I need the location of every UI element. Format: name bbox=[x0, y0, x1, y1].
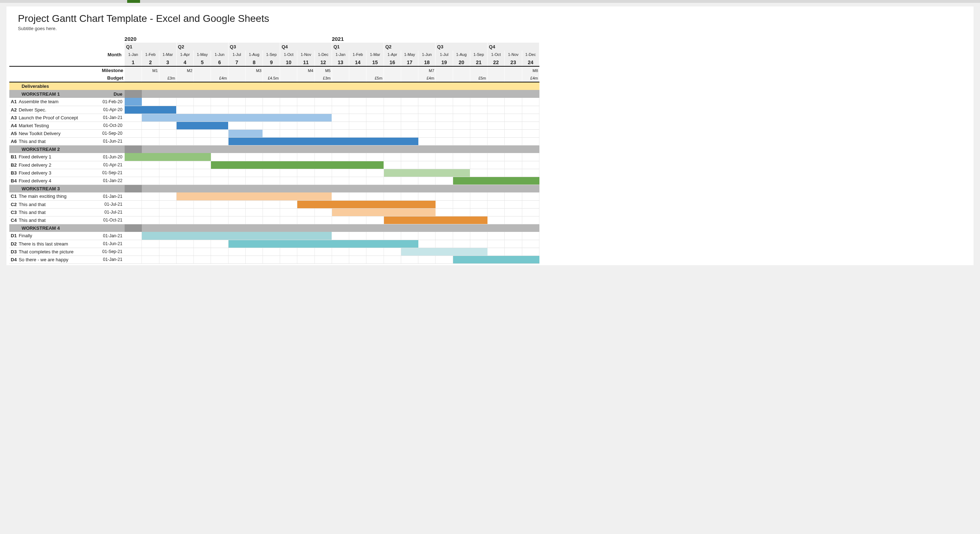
gantt-cell[interactable] bbox=[436, 255, 453, 263]
gantt-cell[interactable] bbox=[125, 208, 142, 216]
gantt-cell[interactable] bbox=[211, 98, 228, 106]
gantt-cell[interactable] bbox=[245, 208, 262, 216]
gantt-cell[interactable] bbox=[522, 255, 539, 263]
gantt-cell[interactable] bbox=[332, 113, 349, 121]
gantt-bar[interactable] bbox=[418, 217, 436, 224]
gantt-cell[interactable] bbox=[453, 255, 470, 263]
gantt-bar[interactable] bbox=[366, 201, 383, 208]
gantt-cell[interactable] bbox=[297, 200, 315, 208]
gantt-cell[interactable] bbox=[280, 255, 297, 263]
gantt-cell[interactable] bbox=[470, 169, 487, 177]
gantt-cell[interactable] bbox=[366, 169, 383, 177]
gantt-cell[interactable] bbox=[436, 248, 453, 255]
gantt-cell[interactable] bbox=[349, 200, 366, 208]
gantt-cell[interactable] bbox=[280, 248, 297, 255]
gantt-cell[interactable] bbox=[366, 177, 383, 185]
gantt-cell[interactable] bbox=[487, 98, 505, 106]
gantt-cell[interactable] bbox=[505, 137, 522, 145]
gantt-cell[interactable] bbox=[522, 153, 539, 161]
gantt-bar[interactable] bbox=[332, 209, 349, 216]
gantt-cell[interactable] bbox=[487, 240, 505, 248]
gantt-cell[interactable] bbox=[176, 169, 193, 177]
gantt-cell[interactable] bbox=[522, 200, 539, 208]
gantt-bar[interactable] bbox=[262, 114, 280, 121]
gantt-cell[interactable] bbox=[470, 137, 487, 145]
gantt-cell[interactable] bbox=[522, 240, 539, 248]
gantt-cell[interactable] bbox=[366, 208, 383, 216]
gantt-cell[interactable] bbox=[159, 240, 176, 248]
gantt-cell[interactable] bbox=[159, 208, 176, 216]
gantt-cell[interactable] bbox=[349, 240, 366, 248]
gantt-cell[interactable] bbox=[487, 208, 505, 216]
gantt-bar[interactable] bbox=[177, 193, 194, 200]
gantt-bar[interactable] bbox=[177, 122, 194, 129]
gantt-cell[interactable] bbox=[125, 121, 142, 129]
gantt-cell[interactable] bbox=[211, 193, 228, 200]
gantt-cell[interactable] bbox=[487, 177, 505, 185]
gantt-cell[interactable] bbox=[383, 121, 401, 129]
gantt-cell[interactable] bbox=[418, 240, 436, 248]
gantt-cell[interactable] bbox=[505, 200, 522, 208]
gantt-bar[interactable] bbox=[211, 193, 228, 200]
gantt-cell[interactable] bbox=[505, 232, 522, 240]
gantt-cell[interactable] bbox=[297, 240, 315, 248]
gantt-cell[interactable] bbox=[245, 200, 262, 208]
gantt-cell[interactable] bbox=[262, 177, 280, 185]
gantt-cell[interactable] bbox=[142, 161, 159, 169]
gantt-cell[interactable] bbox=[297, 106, 315, 113]
gantt-cell[interactable] bbox=[280, 232, 297, 240]
gantt-cell[interactable] bbox=[315, 216, 332, 224]
gantt-cell[interactable] bbox=[332, 200, 349, 208]
gantt-bar[interactable] bbox=[470, 248, 487, 255]
gantt-cell[interactable] bbox=[332, 137, 349, 145]
gantt-bar[interactable] bbox=[418, 201, 436, 208]
gantt-bar[interactable] bbox=[280, 138, 297, 145]
gantt-cell[interactable] bbox=[505, 169, 522, 177]
gantt-cell[interactable] bbox=[297, 169, 315, 177]
gantt-cell[interactable] bbox=[159, 177, 176, 185]
gantt-bar[interactable] bbox=[332, 240, 349, 248]
gantt-cell[interactable] bbox=[453, 200, 470, 208]
gantt-cell[interactable] bbox=[245, 169, 262, 177]
gantt-cell[interactable] bbox=[401, 153, 418, 161]
gantt-cell[interactable] bbox=[349, 129, 366, 137]
gantt-cell[interactable] bbox=[297, 232, 315, 240]
gantt-cell[interactable] bbox=[142, 113, 159, 121]
gantt-bar[interactable] bbox=[383, 201, 401, 208]
gantt-cell[interactable] bbox=[332, 106, 349, 113]
gantt-bar[interactable] bbox=[418, 248, 436, 255]
gantt-cell[interactable] bbox=[453, 232, 470, 240]
gantt-cell[interactable] bbox=[176, 255, 193, 263]
gantt-cell[interactable] bbox=[418, 232, 436, 240]
gantt-bar[interactable] bbox=[453, 217, 470, 224]
gantt-cell[interactable] bbox=[505, 153, 522, 161]
gantt-cell[interactable] bbox=[159, 169, 176, 177]
gantt-cell[interactable] bbox=[142, 208, 159, 216]
gantt-cell[interactable] bbox=[332, 153, 349, 161]
gantt-bar[interactable] bbox=[194, 114, 211, 121]
gantt-bar[interactable] bbox=[194, 193, 211, 200]
gantt-cell[interactable] bbox=[194, 121, 211, 129]
gantt-cell[interactable] bbox=[211, 216, 228, 224]
gantt-cell[interactable] bbox=[315, 137, 332, 145]
gantt-bar[interactable] bbox=[229, 138, 246, 145]
gantt-cell[interactable] bbox=[505, 240, 522, 248]
gantt-cell[interactable] bbox=[436, 137, 453, 145]
gantt-cell[interactable] bbox=[262, 240, 280, 248]
gantt-cell[interactable] bbox=[262, 208, 280, 216]
gantt-cell[interactable] bbox=[280, 153, 297, 161]
gantt-cell[interactable] bbox=[487, 113, 505, 121]
gantt-cell[interactable] bbox=[142, 255, 159, 263]
gantt-bar[interactable] bbox=[418, 169, 436, 177]
gantt-cell[interactable] bbox=[470, 98, 487, 106]
gantt-cell[interactable] bbox=[262, 193, 280, 200]
gantt-bar[interactable] bbox=[401, 209, 418, 216]
gantt-cell[interactable] bbox=[245, 193, 262, 200]
gantt-cell[interactable] bbox=[349, 232, 366, 240]
gantt-cell[interactable] bbox=[125, 200, 142, 208]
gantt-cell[interactable] bbox=[280, 98, 297, 106]
gantt-cell[interactable] bbox=[383, 129, 401, 137]
gantt-cell[interactable] bbox=[194, 216, 211, 224]
gantt-cell[interactable] bbox=[194, 240, 211, 248]
gantt-bar[interactable] bbox=[262, 138, 280, 145]
